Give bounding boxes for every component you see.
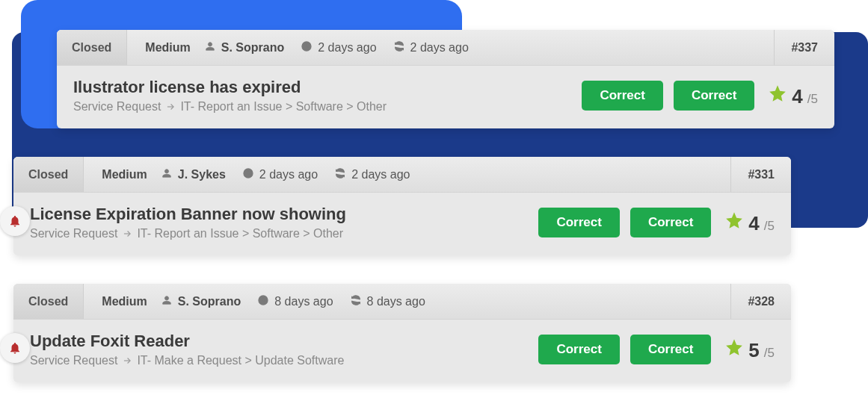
- breadcrumb-path: IT- Report an Issue > Software > Other: [180, 100, 387, 114]
- rating-max: /5: [764, 219, 775, 234]
- status-badge: Closed: [13, 284, 84, 319]
- rating-value: 5: [748, 339, 759, 362]
- star-icon: [768, 84, 787, 106]
- updated-label: 2 days ago: [410, 41, 469, 55]
- created-label: 2 days ago: [259, 168, 318, 181]
- bell-icon: [8, 341, 22, 355]
- updated-time: 8 days ago: [350, 294, 442, 309]
- rating-value: 4: [748, 212, 759, 235]
- updated-label: 2 days ago: [351, 168, 410, 181]
- assignee-name: S. Soprano: [221, 41, 284, 55]
- ticket-header: Closed Medium S. Soprano 2 days ago 2 da…: [57, 30, 834, 66]
- correct-button[interactable]: Correct: [630, 335, 711, 364]
- breadcrumb-path: IT- Report an Issue > Software > Other: [137, 227, 343, 240]
- clock-icon: [301, 40, 313, 55]
- ticket-body: Ilustrator license has expired Service R…: [57, 66, 834, 128]
- correct-button[interactable]: Correct: [582, 81, 662, 111]
- user-icon: [161, 167, 173, 182]
- refresh-icon: [393, 40, 405, 55]
- arrow-right-icon: [122, 229, 132, 239]
- breadcrumb-type: Service Request: [30, 354, 117, 367]
- created-label: 2 days ago: [318, 41, 376, 55]
- ticket-title: License Expiration Banner now showing: [30, 205, 538, 224]
- correct-button[interactable]: Correct: [538, 208, 619, 237]
- ticket-card[interactable]: Closed Medium J. Sykes 2 days ago 2 days…: [13, 157, 791, 255]
- rating-max: /5: [807, 92, 818, 107]
- updated-time: 2 days ago: [393, 40, 485, 55]
- assignee-name: J. Sykes: [178, 168, 226, 181]
- star-icon: [724, 338, 744, 360]
- ticket-list: Closed Medium S. Soprano 2 days ago 2 da…: [13, 30, 855, 404]
- updated-label: 8 days ago: [367, 295, 425, 308]
- rating: 5 /5: [724, 338, 775, 362]
- breadcrumb-type: Service Request: [30, 227, 117, 240]
- priority-label: Medium: [84, 295, 160, 308]
- ticket-header: Closed Medium J. Sykes 2 days ago 2 days…: [13, 157, 791, 193]
- breadcrumb: Service Request IT- Report an Issue > So…: [30, 227, 538, 240]
- correct-button[interactable]: Correct: [538, 335, 619, 364]
- updated-time: 2 days ago: [334, 167, 426, 182]
- priority-label: Medium: [84, 168, 160, 181]
- ticket-card[interactable]: Closed Medium S. Soprano 2 days ago 2 da…: [57, 30, 834, 128]
- clock-icon: [257, 294, 269, 309]
- breadcrumb: Service Request IT- Make a Request > Upd…: [30, 354, 538, 367]
- breadcrumb-path: IT- Make a Request > Update Software: [137, 354, 344, 367]
- created-time: 2 days ago: [242, 167, 334, 182]
- created-time: 8 days ago: [257, 294, 349, 309]
- breadcrumb: Service Request IT- Report an Issue > So…: [73, 100, 582, 114]
- ticket-card[interactable]: Closed Medium S. Soprano 8 days ago 8 da…: [13, 284, 791, 382]
- clock-icon: [242, 167, 254, 182]
- rating: 4 /5: [768, 84, 818, 108]
- assignee: S. Soprano: [161, 294, 257, 309]
- notification-badge[interactable]: [0, 206, 30, 236]
- breadcrumb-type: Service Request: [73, 100, 161, 114]
- refresh-icon: [350, 294, 362, 309]
- correct-button[interactable]: Correct: [630, 208, 711, 237]
- ticket-id: #331: [730, 157, 791, 192]
- assignee: J. Sykes: [161, 167, 242, 182]
- rating-max: /5: [764, 346, 775, 361]
- arrow-right-icon: [165, 102, 176, 112]
- created-time: 2 days ago: [301, 40, 393, 55]
- user-icon: [161, 294, 173, 309]
- ticket-title: Update Foxit Reader: [30, 332, 538, 351]
- notification-badge[interactable]: [0, 333, 30, 363]
- bell-icon: [8, 214, 22, 228]
- rating: 4 /5: [724, 211, 775, 235]
- ticket-header: Closed Medium S. Soprano 8 days ago 8 da…: [13, 284, 791, 320]
- assignee-name: S. Soprano: [178, 295, 241, 308]
- refresh-icon: [334, 167, 346, 182]
- correct-button[interactable]: Correct: [674, 81, 754, 111]
- created-label: 8 days ago: [274, 295, 333, 308]
- status-badge: Closed: [57, 30, 127, 65]
- ticket-title: Ilustrator license has expired: [73, 78, 582, 97]
- status-badge: Closed: [13, 157, 84, 192]
- priority-label: Medium: [127, 41, 203, 55]
- ticket-id: #337: [774, 30, 834, 65]
- arrow-right-icon: [122, 355, 132, 366]
- ticket-body: License Expiration Banner now showing Se…: [13, 193, 791, 255]
- ticket-body: Update Foxit Reader Service Request IT- …: [13, 320, 791, 382]
- star-icon: [724, 211, 744, 233]
- user-icon: [204, 40, 216, 55]
- assignee: S. Soprano: [204, 40, 301, 55]
- ticket-id: #328: [730, 284, 791, 319]
- rating-value: 4: [792, 85, 802, 108]
